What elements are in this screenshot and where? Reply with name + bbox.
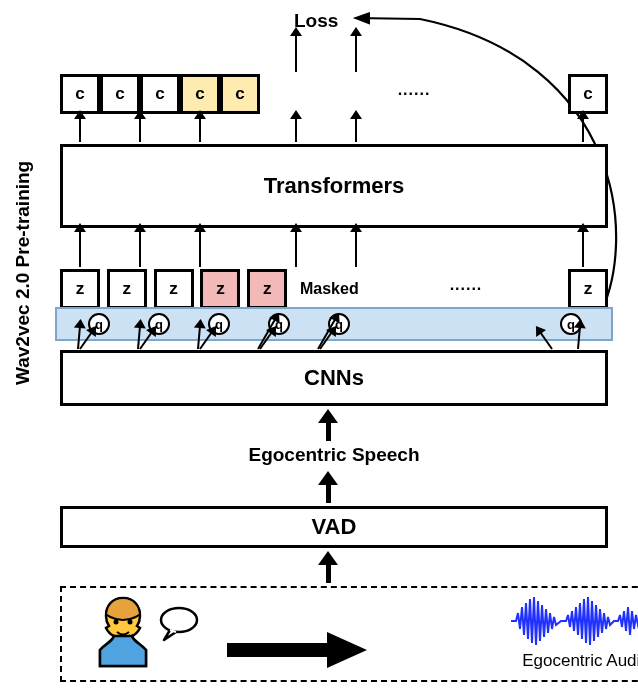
- svg-point-0: [114, 620, 119, 625]
- input-box: Egocentric Audio: [60, 586, 638, 682]
- arrow-tf-c0: [79, 118, 81, 142]
- egocentric-audio-caption: Egocentric Audio: [506, 651, 638, 671]
- z-box-4-masked: z: [247, 269, 287, 309]
- arrow-audio-to-vad: [318, 551, 338, 583]
- svg-point-2: [161, 608, 197, 632]
- waveform-icon: [506, 593, 638, 649]
- z-box-1: z: [107, 269, 147, 309]
- person-icon: [92, 594, 154, 668]
- z-box-0: z: [60, 269, 100, 309]
- egocentric-audio: Egocentric Audio: [506, 593, 638, 671]
- c-box-3-masked: c: [180, 74, 220, 114]
- c-box-1: c: [100, 74, 140, 114]
- c-box-2: c: [140, 74, 180, 114]
- svg-rect-3: [227, 643, 332, 657]
- arrow-z-tf-1: [139, 231, 141, 267]
- c-box-4-masked: c: [220, 74, 260, 114]
- z-box-3-masked: z: [200, 269, 240, 309]
- arrow-tf-c3: [295, 118, 297, 142]
- c-row: c c c c c ······ c: [60, 74, 608, 114]
- masked-label: Masked: [294, 280, 364, 298]
- arrow-z-tf-3: [295, 231, 297, 267]
- arrow-speech-to-cnn: [318, 409, 338, 441]
- arrow-z-tf-4: [355, 231, 357, 267]
- arrow-tf-c5: [582, 118, 584, 142]
- z-box-2: z: [154, 269, 194, 309]
- z-box-5: z: [568, 269, 608, 309]
- arrow-tf-c2: [199, 118, 201, 142]
- egocentric-speech-label: Egocentric Speech: [60, 444, 608, 466]
- c-box-5: c: [568, 74, 608, 114]
- big-right-arrow-icon: [227, 632, 367, 668]
- arrow-z-tf-0: [79, 231, 81, 267]
- c-row-dots: ······: [260, 85, 568, 103]
- c-box-0: c: [60, 74, 100, 114]
- arrow-tf-c1: [139, 118, 141, 142]
- arrow-vad-to-speech: [318, 471, 338, 503]
- transformers-box: Transformers: [60, 144, 608, 228]
- svg-point-1: [128, 620, 133, 625]
- z-row-dots: ······: [371, 280, 561, 298]
- vad-box: VAD: [60, 506, 608, 548]
- z-row: z z z z z Masked ······ z: [60, 269, 608, 309]
- cnns-box: CNNs: [60, 350, 608, 406]
- speech-bubble-icon: [158, 606, 200, 642]
- arrow-z-tf-5: [582, 231, 584, 267]
- arrow-z-tf-2: [199, 231, 201, 267]
- arrow-tf-c4: [355, 118, 357, 142]
